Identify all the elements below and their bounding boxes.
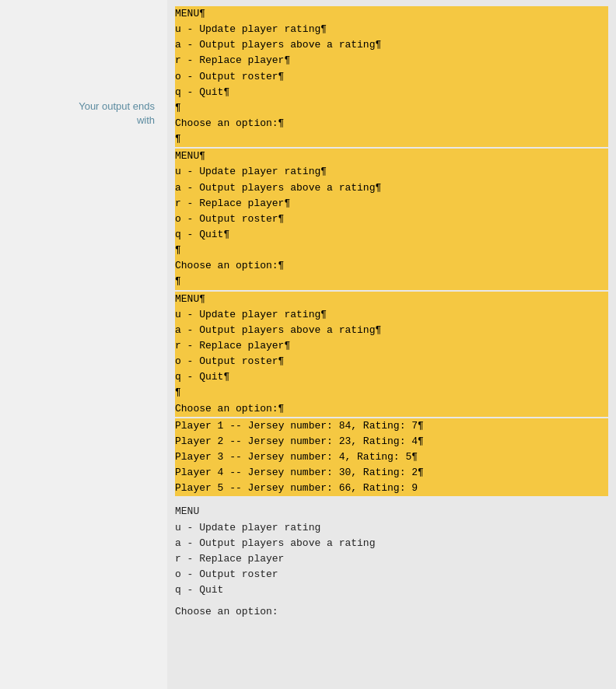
menu-choose-3: Choose an option:¶ — [175, 401, 608, 417]
final-spacer — [175, 598, 608, 604]
menu-item-r-1: r - Replace player¶ — [175, 53, 608, 68]
player-line-5: Player 5 -- Jersey number: 66, Rating: 9 — [175, 481, 608, 496]
menu-item-u-2: u - Update player rating¶ — [175, 164, 608, 180]
menu-blank2-2: ¶ — [175, 274, 608, 289]
menu-item-a-2: a - Output players above a rating¶ — [175, 180, 608, 196]
menu-section-final: MENU u - Update player rating a - Output… — [175, 504, 608, 620]
menu-blank-2: ¶ — [175, 243, 608, 258]
menu-choose-2: Choose an option:¶ — [175, 258, 608, 274]
final-choose: Choose an option: — [175, 604, 608, 620]
menu-item-q-3: q - Quit¶ — [175, 369, 608, 385]
player-line-3: Player 3 -- Jersey number: 4, Rating: 5¶ — [175, 449, 608, 465]
player-line-4: Player 4 -- Jersey number: 30, Rating: 2… — [175, 465, 608, 481]
menu-title-3: MENU¶ — [175, 292, 608, 307]
sidebar: Your output ends with — [0, 0, 167, 689]
spacer — [175, 498, 608, 504]
menu-item-r-3: r - Replace player¶ — [175, 338, 608, 354]
menu-section-1: MENU¶ u - Update player rating¶ a - Outp… — [175, 6, 608, 147]
final-menu-title: MENU — [175, 504, 608, 519]
menu-section-3: MENU¶ u - Update player rating¶ a - Outp… — [175, 292, 608, 417]
menu-item-q-2: q - Quit¶ — [175, 227, 608, 243]
main-content: MENU¶ u - Update player rating¶ a - Outp… — [167, 0, 616, 689]
menu-section-2: MENU¶ u - Update player rating¶ a - Outp… — [175, 149, 608, 289]
menu-blank2-1: ¶ — [175, 131, 608, 147]
menu-item-o-2: o - Output roster¶ — [175, 212, 608, 227]
player-line-1: Player 1 -- Jersey number: 84, Rating: 7… — [175, 418, 608, 434]
menu-item-a-3: a - Output players above a rating¶ — [175, 323, 608, 338]
menu-item-o-3: o - Output roster¶ — [175, 354, 608, 369]
player-line-2: Player 2 -- Jersey number: 23, Rating: 4… — [175, 434, 608, 449]
player-section: Player 1 -- Jersey number: 84, Rating: 7… — [175, 418, 608, 497]
final-menu-u: u - Update player rating — [175, 520, 608, 536]
menu-title-1: MENU¶ — [175, 6, 608, 22]
menu-item-a-1: a - Output players above a rating¶ — [175, 37, 608, 53]
menu-item-r-2: r - Replace player¶ — [175, 196, 608, 212]
menu-item-o-1: o - Output roster¶ — [175, 69, 608, 85]
final-menu-q: q - Quit — [175, 582, 608, 598]
menu-blank-3: ¶ — [175, 385, 608, 400]
page-container: Your output ends with MENU¶ u - Update p… — [0, 0, 616, 689]
sidebar-label: Your output ends with — [79, 100, 155, 128]
menu-title-2: MENU¶ — [175, 149, 608, 164]
menu-item-u-3: u - Update player rating¶ — [175, 307, 608, 323]
menu-blank-1: ¶ — [175, 100, 608, 116]
final-menu-o: o - Output roster — [175, 567, 608, 582]
menu-item-u-1: u - Update player rating¶ — [175, 22, 608, 37]
final-menu-r: r - Replace player — [175, 551, 608, 567]
menu-choose-1: Choose an option:¶ — [175, 116, 608, 131]
final-menu-a: a - Output players above a rating — [175, 536, 608, 551]
menu-item-q-1: q - Quit¶ — [175, 85, 608, 100]
